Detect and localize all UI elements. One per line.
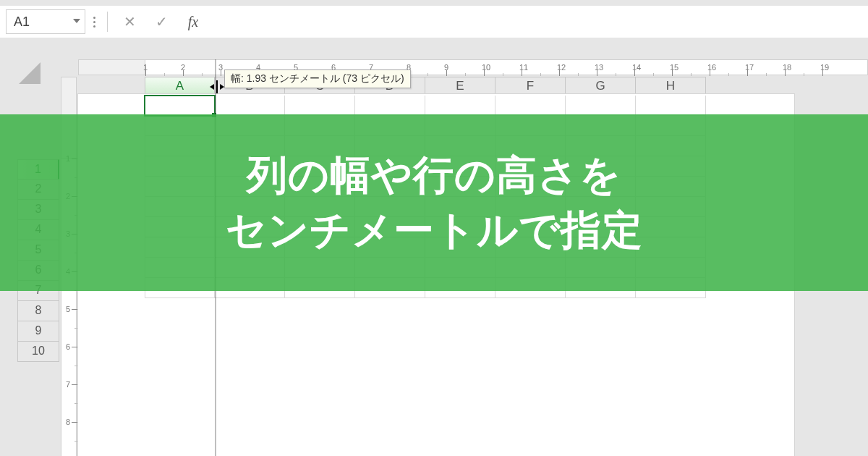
cell-reference: A1 [14,14,30,30]
cancel-icon[interactable]: ✕ [115,11,144,33]
ruler-number: 19 [820,63,829,72]
ruler-number: 9 [444,63,448,72]
ruler-number: 11 [519,63,528,72]
ruler-number: 18 [783,63,791,72]
cell[interactable] [495,96,566,116]
ruler-number: 12 [557,63,566,72]
cell[interactable] [355,96,425,116]
formula-bar: A1 ✕ ✓ fx [0,6,868,38]
column-header[interactable]: A [145,77,215,96]
ruler-number: 17 [745,63,754,72]
ruler-number: 15 [670,63,678,72]
fx-icon[interactable]: fx [179,11,208,33]
cell[interactable] [215,96,285,116]
cell[interactable] [566,96,636,116]
cell[interactable] [285,96,355,116]
ruler-number: 3 [218,63,223,72]
row-header[interactable]: 8 [17,301,59,321]
column-header[interactable]: E [425,77,495,96]
column-header[interactable]: G [566,77,636,96]
select-all-triangle[interactable] [0,43,43,87]
name-box[interactable]: A1 [6,9,85,34]
ruler-number: 8 [66,418,70,426]
divider [107,12,108,32]
cell[interactable] [145,96,215,116]
formula-input[interactable] [210,11,862,33]
ruler-number: 1 [143,63,148,72]
enter-icon[interactable]: ✓ [147,11,176,33]
cell[interactable] [425,96,495,116]
row-header[interactable]: 10 [17,342,59,362]
row-header[interactable]: 9 [17,321,59,342]
ruler-number: 14 [632,63,641,72]
horizontal-ruler[interactable]: 12345678910111213141516171819 [78,59,868,75]
banner-line-1: 列の幅や行の高さを [247,148,621,203]
ruler-number: 10 [482,63,490,72]
banner-line-2: センチメートルで指定 [226,203,643,258]
drag-handle-icon[interactable] [88,17,100,28]
column-header[interactable]: H [636,77,706,96]
ruler-number: 2 [181,63,185,72]
ruler-gutter [79,60,145,75]
column-width-tooltip: 幅: 1.93 センチメートル (73 ピクセル) [224,69,411,88]
ruler-number: 6 [66,342,70,351]
ruler-number: 5 [66,305,70,313]
chevron-down-icon[interactable] [73,19,80,23]
ruler-number: 13 [595,63,603,72]
column-header[interactable]: F [495,77,566,96]
title-banner: 列の幅や行の高さを センチメートルで指定 [0,114,868,291]
cell[interactable] [636,96,706,116]
ruler-number: 16 [707,63,716,72]
ruler-number: 7 [66,380,70,389]
